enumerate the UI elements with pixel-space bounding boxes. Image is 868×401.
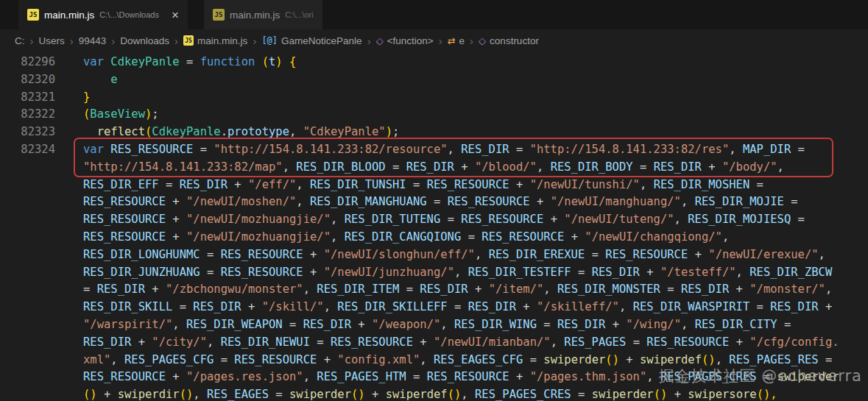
line-number[interactable]: 82296 <box>0 54 55 71</box>
code-text[interactable]: = RES_DIR + "/zbchongwu/monster", RES_DI… <box>55 281 832 299</box>
code-text[interactable]: RES_RESOURCE + "/newUI/moshen/", RES_DIR… <box>55 194 798 211</box>
breadcrumb-label: main.min.js <box>197 35 247 46</box>
line-number[interactable]: 82321 <box>0 89 55 107</box>
code-text[interactable]: var RES_RESOURCE = "http://154.8.141.233… <box>55 141 805 159</box>
breadcrumb-item-e[interactable]: ⇄e <box>448 35 465 46</box>
breadcrumb-label: GameNoticePanle <box>281 35 362 46</box>
tab-group-divider <box>188 0 204 29</box>
line-number <box>0 229 55 246</box>
code-text[interactable]: e <box>55 71 118 89</box>
code-text[interactable]: RES_DIR_SKILL = RES_DIR + "/skill/", RES… <box>55 299 832 316</box>
cube-icon: ◇ <box>479 36 486 46</box>
code-text[interactable]: RES_RESOURCE + "/newUI/mozhuangjie/", RE… <box>55 211 805 229</box>
code-line: RES_RESOURCE + "/newUI/moshen/", RES_DIR… <box>0 194 868 211</box>
line-number <box>0 194 55 211</box>
breadcrumb-label: e <box>459 35 465 46</box>
line-number <box>0 299 55 316</box>
line-number[interactable]: 82324 <box>0 141 55 159</box>
code-line: RES_DIR_EFF = RES_DIR + "/eff/", RES_DIR… <box>0 177 868 194</box>
breadcrumb-separator-icon: › <box>30 35 34 47</box>
code-line: RES_DIR_LONGHUNMC = RES_RESOURCE + "/new… <box>0 246 868 264</box>
code-line: RES_DIR + "/city/", RES_DIR_NEWUI = RES_… <box>0 334 868 352</box>
breadcrumb-item-constructor[interactable]: ◇constructor <box>479 35 539 46</box>
tab-filepath: C:\...\Downloads <box>99 10 159 19</box>
line-number <box>0 281 55 299</box>
code-line: "/warspirit/", RES_DIR_WEAPON = RES_DIR … <box>0 316 868 334</box>
line-number <box>0 386 55 401</box>
tab-filename: main.min.js <box>230 10 280 21</box>
line-number <box>0 264 55 282</box>
code-line: RES_DIR_SKILL = RES_DIR + "/skill/", RES… <box>0 299 868 316</box>
tab-bar-empty-space <box>322 0 868 29</box>
breadcrumb-separator-icon: › <box>253 35 256 47</box>
line-number[interactable]: 82323 <box>0 124 55 141</box>
breadcrumb-item-gamenoticepanle[interactable]: [@]GameNoticePanle <box>261 35 361 46</box>
line-number <box>0 159 55 177</box>
tab-filepath: C:\...\ori <box>285 10 314 19</box>
code-text[interactable]: "/warspirit/", RES_DIR_WEAPON = RES_DIR … <box>55 316 791 334</box>
code-line: 82323__reflect(CdkeyPanle.prototype, "Cd… <box>0 124 868 141</box>
tab-bar: JS main.min.js C:\...\Downloads × JS mai… <box>0 0 868 29</box>
breadcrumb-item-users[interactable]: Users <box>39 35 65 46</box>
tab-main-min-js-ori[interactable]: JS main.min.js C:\...\ori <box>204 0 322 29</box>
code-line: RES_RESOURCE + "/newUI/mozhuangjie/", RE… <box>0 211 868 229</box>
breadcrumb-label: Users <box>39 35 65 46</box>
code-text[interactable]: var CdkeyPanle = function (t) { <box>55 54 296 71</box>
code-line: RES_RESOURCE + "/newUI/mozhuangjie/", RE… <box>0 229 868 246</box>
breadcrumb-item-main-min-js[interactable]: JSmain.min.js <box>183 35 247 46</box>
code-text[interactable]: () + swiperdir(), RES_EAGES = swiperder(… <box>55 386 777 401</box>
code-line: "http://154.8.141.233:82/map", RES_DIR_B… <box>0 159 868 177</box>
code-editor: 82296var CdkeyPanle = function (t) {8232… <box>0 52 868 401</box>
close-tab-icon[interactable]: × <box>172 9 179 21</box>
line-number <box>0 352 55 369</box>
code-text[interactable]: xml", RES_PAGES_CFG = RES_RESOURCE + "co… <box>55 352 832 369</box>
code-text[interactable]: (BaseView); <box>55 106 159 124</box>
breadcrumb-item-99443[interactable]: 99443 <box>79 35 107 46</box>
breadcrumb-label: constructor <box>490 35 539 46</box>
breadcrumb-item-c[interactable]: C: <box>15 35 25 46</box>
javascript-file-icon: JS <box>27 9 39 21</box>
line-number <box>0 334 55 352</box>
cube-icon: ◇ <box>376 36 384 46</box>
code-text[interactable]: } <box>55 89 90 107</box>
breadcrumb-separator-icon: › <box>174 35 178 47</box>
code-line: 82324var RES_RESOURCE = "http://154.8.14… <box>0 141 868 159</box>
code-line: xml", RES_PAGES_CFG = RES_RESOURCE + "co… <box>0 352 868 369</box>
code-text[interactable]: __reflect(CdkeyPanle.prototype, "CdkeyPa… <box>55 124 399 141</box>
line-number <box>0 177 55 194</box>
tab-main-min-js-downloads[interactable]: JS main.min.js C:\...\Downloads × <box>18 0 188 29</box>
code-text[interactable]: "http://154.8.141.233:82/map", RES_DIR_B… <box>55 159 784 177</box>
breadcrumb-separator-icon: › <box>111 35 115 47</box>
code-line: 82321} <box>0 89 868 107</box>
breadcrumb: C:›Users›99443›Downloads›JSmain.min.js›[… <box>0 29 868 52</box>
code-text[interactable]: RES_RESOURCE + "/pages.res.json", RES_PA… <box>55 369 839 386</box>
breadcrumb-item-downloads[interactable]: Downloads <box>120 35 169 46</box>
tab-bar-lead-space <box>0 0 18 29</box>
code-line: 82296var CdkeyPanle = function (t) { <box>0 54 868 71</box>
code-line: () + swiperdir(), RES_EAGES = swiperder(… <box>0 386 868 401</box>
breadcrumb-label: <function> <box>387 35 434 46</box>
line-number <box>0 369 55 386</box>
javascript-file-icon: JS <box>213 9 225 21</box>
breadcrumb-label: 99443 <box>79 35 107 46</box>
code-text[interactable]: RES_DIR_EFF = RES_DIR + "/eff/", RES_DIR… <box>55 177 763 194</box>
breadcrumb-separator-icon: › <box>470 35 473 47</box>
code-line: RES_RESOURCE + "/pages.res.json", RES_PA… <box>0 369 868 386</box>
line-number <box>0 211 55 229</box>
breadcrumb-label: Downloads <box>120 35 169 46</box>
code-line: = RES_DIR + "/zbchongwu/monster", RES_DI… <box>0 281 868 299</box>
vscode-window: JS main.min.js C:\...\Downloads × JS mai… <box>0 0 868 401</box>
code-line: 82322(BaseView); <box>0 106 868 124</box>
line-number[interactable]: 82322 <box>0 106 55 124</box>
breadcrumb-item-function[interactable]: ◇<function> <box>376 35 434 46</box>
js-icon: JS <box>183 35 194 46</box>
code-text[interactable]: RES_RESOURCE + "/newUI/mozhuangjie/", RE… <box>55 229 729 246</box>
code-text[interactable]: RES_DIR_JUNZHUANG = RES_RESOURCE + "/new… <box>55 264 832 282</box>
line-number <box>0 316 55 334</box>
breadcrumb-separator-icon: › <box>367 35 371 47</box>
code-line: 82320 e <box>0 71 868 89</box>
breadcrumb-label: C: <box>15 35 25 46</box>
code-text[interactable]: RES_DIR + "/city/", RES_DIR_NEWUI = RES_… <box>55 334 839 352</box>
line-number[interactable]: 82320 <box>0 71 55 89</box>
code-text[interactable]: RES_DIR_LONGHUNMC = RES_RESOURCE + "/new… <box>55 246 825 264</box>
